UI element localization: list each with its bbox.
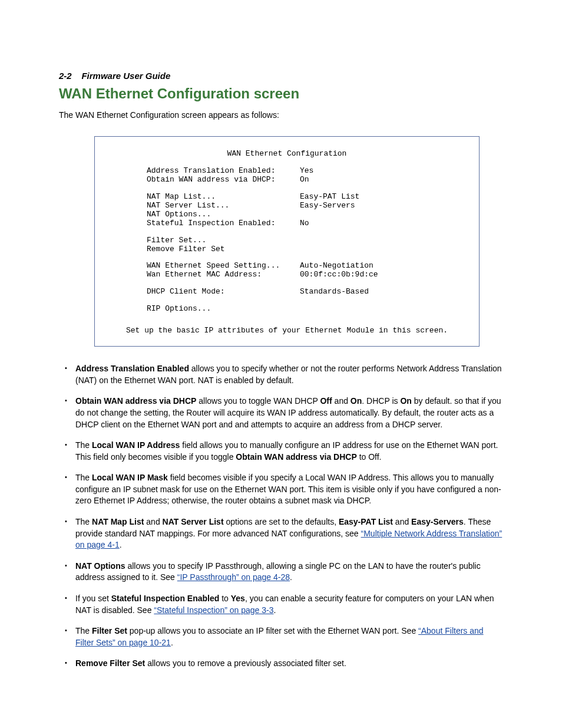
list-item: The Local WAN IP Mask field becomes visi… <box>59 472 503 507</box>
page-ref: 2-2 <box>59 71 72 81</box>
console-label: WAN Ethernet Speed Setting... <box>147 262 300 271</box>
console-group-3: Filter Set... Remove Filter Set <box>147 236 467 254</box>
header-space <box>74 71 79 81</box>
console-group-4: WAN Ethernet Speed Setting... Auto-Negot… <box>147 262 467 279</box>
list-item: Address Translation Enabled allows you t… <box>59 363 503 386</box>
bold-term: Filter Set <box>92 626 127 635</box>
body-text: If you set <box>75 594 111 603</box>
body-text: The <box>75 440 92 450</box>
body-text: . <box>171 638 173 647</box>
console-screenshot: WAN Ethernet Configuration Address Trans… <box>94 136 480 347</box>
console-row: Wan Ethernet MAC Address: 00:0f:cc:0b:9d… <box>147 271 467 279</box>
console-label: Filter Set... <box>147 236 300 245</box>
section-title: WAN Ethernet Configuration screen <box>59 85 503 102</box>
body-text: allows you to remove a previously associ… <box>145 658 346 668</box>
list-item: The Local WAN IP Address field allows yo… <box>59 440 503 463</box>
list-item: Obtain WAN address via DHCP allows you t… <box>59 396 503 430</box>
console-row: Remove Filter Set <box>147 245 467 254</box>
body-text: and <box>393 517 411 526</box>
body-text: . DHCP is <box>362 396 400 406</box>
bold-term: NAT Server List <box>163 517 224 526</box>
console-group-1: Address Translation Enabled: Yes Obtain … <box>147 167 467 185</box>
console-value: Yes <box>300 167 313 176</box>
document-page: 2-2 Firmware User Guide WAN Ethernet Con… <box>0 0 562 726</box>
console-label: NAT Options... <box>147 210 300 219</box>
console-label: NAT Map List... <box>147 193 300 202</box>
console-row: NAT Server List... Easy-Servers <box>147 202 467 210</box>
list-item: The Filter Set pop-up allows you to asso… <box>59 625 503 648</box>
console-label: Remove Filter Set <box>147 245 300 254</box>
body-text: allows you to toggle WAN DHCP <box>196 396 320 406</box>
bold-term: Yes <box>231 594 245 603</box>
body-text: and <box>332 396 351 406</box>
console-group-5: DHCP Client Mode: Standards-Based <box>147 288 467 297</box>
console-title: WAN Ethernet Configuration <box>107 150 467 159</box>
body-text: . <box>120 540 122 549</box>
body-text: pop-up allows you to associate an IP fil… <box>127 626 418 635</box>
console-row: NAT Options... <box>147 210 467 219</box>
console-label: Obtain WAN address via DHCP: <box>147 176 300 185</box>
page-header: 2-2 Firmware User Guide <box>59 71 503 81</box>
guide-title: Firmware User Guide <box>81 71 170 81</box>
list-item: If you set Stateful Inspection Enabled t… <box>59 593 503 616</box>
console-value: Standards-Based <box>300 288 369 297</box>
console-footer: Set up the basic IP attributes of your E… <box>107 327 467 335</box>
body-text: The <box>75 626 92 635</box>
body-text: The <box>75 473 92 482</box>
console-row: Stateful Inspection Enabled: No <box>147 219 467 228</box>
bullet-list: Address Translation Enabled allows you t… <box>59 363 503 670</box>
console-row: WAN Ethernet Speed Setting... Auto-Negot… <box>147 262 467 271</box>
console-row: DHCP Client Mode: Standards-Based <box>147 288 467 297</box>
body-text: options are set to the defaults, <box>224 517 339 526</box>
console-row: Address Translation Enabled: Yes <box>147 167 467 176</box>
bold-term: Remove Filter Set <box>75 658 145 668</box>
bold-term: Local WAN IP Address <box>92 440 180 450</box>
console-value: 00:0f:cc:0b:9d:ce <box>300 271 378 279</box>
bold-term: On <box>351 396 362 406</box>
bold-term: NAT Options <box>75 561 125 571</box>
body-text: to Off. <box>357 452 382 462</box>
console-group-2: NAT Map List... Easy-PAT List NAT Server… <box>147 193 467 228</box>
body-text: . <box>290 572 292 582</box>
console-group-6: RIP Options... <box>147 305 467 314</box>
bold-term: Off <box>320 396 332 406</box>
body-text: to <box>219 594 230 603</box>
console-value: Auto-Negotiation <box>300 262 373 271</box>
console-label: DHCP Client Mode: <box>147 288 300 297</box>
console-label: RIP Options... <box>147 305 300 314</box>
bold-term: On <box>400 396 411 406</box>
bold-term: Obtain WAN address via DHCP <box>236 452 356 462</box>
list-item: Remove Filter Set allows you to remove a… <box>59 658 503 670</box>
console-row: Filter Set... <box>147 236 467 245</box>
body-text: and <box>144 517 162 526</box>
cross-ref-link[interactable]: “IP Passthrough” on page 4-28 <box>177 572 290 582</box>
cross-ref-link[interactable]: “Stateful Inspection” on page 3-3 <box>154 605 273 615</box>
console-label: Wan Ethernet MAC Address: <box>147 271 300 279</box>
list-item: NAT Options allows you to specify IP Pas… <box>59 561 503 584</box>
console-value: Easy-Servers <box>300 202 355 210</box>
console-row: NAT Map List... Easy-PAT List <box>147 193 467 202</box>
console-label: NAT Server List... <box>147 202 300 210</box>
bold-term: Local WAN IP Mask <box>92 473 168 482</box>
body-text: . <box>273 605 276 615</box>
bold-term: Easy-PAT List <box>339 517 393 526</box>
console-row: RIP Options... <box>147 305 467 314</box>
bold-term: Stateful Inspection Enabled <box>111 594 220 603</box>
body-text: The <box>75 517 92 526</box>
console-value: No <box>300 219 309 228</box>
console-value: Easy-PAT List <box>300 193 359 202</box>
bold-term: NAT Map List <box>92 517 144 526</box>
bold-term: Easy-Servers <box>411 517 464 526</box>
console-row: Obtain WAN address via DHCP: On <box>147 176 467 185</box>
console-label: Stateful Inspection Enabled: <box>147 219 300 228</box>
bold-term: Obtain WAN address via DHCP <box>75 396 196 406</box>
list-item: The NAT Map List and NAT Server List opt… <box>59 516 503 551</box>
console-value: On <box>300 176 309 185</box>
bold-term: Address Translation Enabled <box>75 364 189 373</box>
console-label: Address Translation Enabled: <box>147 167 300 176</box>
section-intro: The WAN Ethernet Configuration screen ap… <box>59 110 503 120</box>
